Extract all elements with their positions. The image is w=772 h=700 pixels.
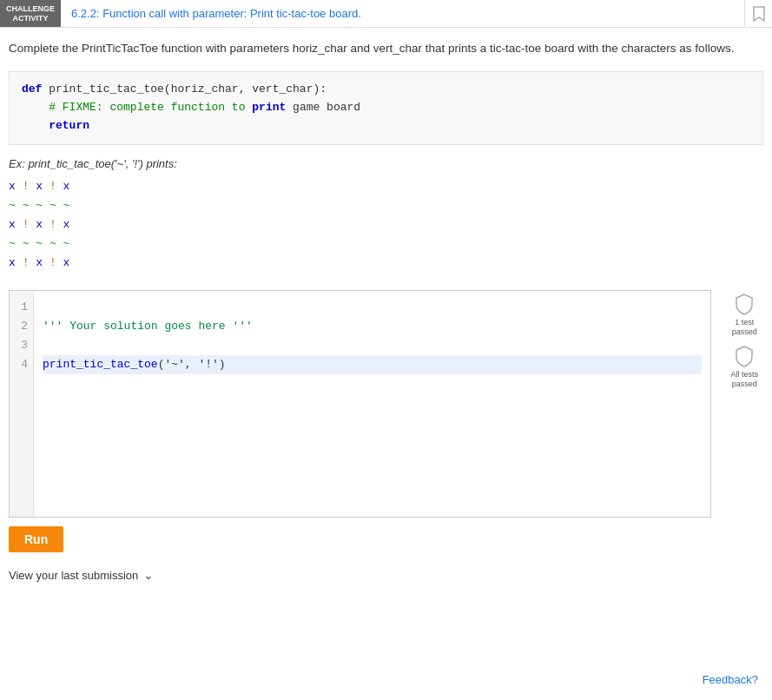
line-num-1: 1 [15,298,28,317]
test-badge-1-label: 1 testpassed [732,318,757,337]
code-editor[interactable]: ''' Your solution goes here ''' print_ti… [34,291,710,517]
header-title-link[interactable]: Print tic-tac-toe board. [250,7,361,20]
main-content: Complete the PrintTicTacToe function wit… [0,28,772,598]
bookmark-icon[interactable] [744,0,772,28]
description: Complete the PrintTicTacToe function wit… [9,40,763,57]
line-num-2: 2 [15,317,28,336]
editor-area[interactable]: 1 2 3 4 ''' Your solution goes here ''' … [10,291,710,517]
test-badge-1: 1 testpassed [732,294,757,337]
header-title: 6.2.2: Function call with parameter: Pri… [61,7,744,20]
editor-line-1 [43,298,702,317]
example-line-5: x ! x ! x [9,254,763,273]
example-label: Ex: print_tic_tac_toe('~', '!') prints: [9,157,763,170]
editor-line-3 [43,336,702,355]
view-submission-label: View your last submission [9,569,138,582]
shield-icon-2 [735,346,754,368]
example-output: x ! x ! x ~ ~ ~ ~ ~ x ! x ! x ~ ~ ~ ~ ~ … [9,177,763,273]
run-button[interactable]: Run [9,526,63,552]
header-title-plain: 6.2.2: Function call with parameter: [71,7,250,20]
header: CHALLENGE ACTIVITY 6.2.2: Function call … [0,0,772,28]
shield-icon-1 [735,294,754,316]
test-badge-2-label: All testspassed [730,370,758,389]
example-line-2: ~ ~ ~ ~ ~ [9,196,763,215]
line-numbers: 1 2 3 4 [10,291,34,517]
editor-wrapper: 1 2 3 4 ''' Your solution goes here ''' … [9,290,711,518]
view-submission[interactable]: View your last submission ⌄ [9,561,763,589]
right-panel: 1 testpassed All testspassed [730,290,758,388]
example-line-1: x ! x ! x [9,177,763,196]
example-line-3: x ! x ! x [9,215,763,234]
run-section: Run [9,518,763,561]
line-num-4: 4 [15,355,28,374]
badge-line2: ACTIVITY [12,14,48,23]
test-badge-2: All testspassed [730,346,758,389]
feedback-link[interactable]: Feedback? [703,673,758,686]
line-num-3: 3 [15,336,28,355]
code-block: def print_tic_tac_toe(horiz_char, vert_c… [9,71,763,144]
editor-container: 1 2 3 4 ''' Your solution goes here ''' … [9,290,711,518]
editor-line-4: print_tic_tac_toe('~', '!') [43,355,702,374]
editor-line-2: ''' Your solution goes here ''' [43,317,702,336]
challenge-badge: CHALLENGE ACTIVITY [0,0,61,27]
badge-line1: CHALLENGE [6,4,55,14]
example-line-4: ~ ~ ~ ~ ~ [9,234,763,254]
chevron-down-icon: ⌄ [143,568,154,582]
